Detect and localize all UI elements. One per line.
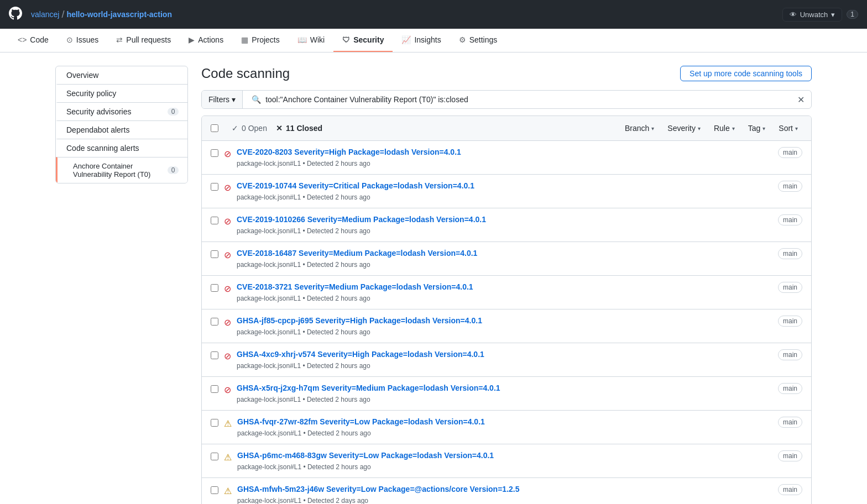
alert-row[interactable]: ⚠ GHSA-fvqr-27wr-82fm Severity=Low Packa… <box>202 411 811 444</box>
alert-title[interactable]: CVE-2018-16487 Severity=Medium Package=l… <box>237 249 772 258</box>
branch-tag-badge: main <box>778 383 802 394</box>
rule-dropdown[interactable]: Rule ▾ <box>709 122 739 135</box>
alert-body: GHSA-jf85-cpcp-j695 Severity=High Packag… <box>237 316 772 336</box>
tag-caret-icon: ▾ <box>762 125 765 132</box>
filters-caret-icon: ▾ <box>232 95 236 104</box>
sidebar: Overview Security policy Security adviso… <box>55 66 188 504</box>
x-icon: ✕ <box>276 124 283 133</box>
content-area: Code scanning Set up more code scanning … <box>201 66 812 504</box>
alert-tag: main <box>778 148 802 156</box>
select-all-checkbox[interactable] <box>211 124 218 132</box>
alert-checkbox-1[interactable] <box>211 183 218 191</box>
setup-scanning-button[interactable]: Set up more code scanning tools <box>680 66 812 81</box>
sort-caret-icon: ▾ <box>795 125 798 132</box>
sort-dropdown[interactable]: Sort ▾ <box>774 122 802 135</box>
alert-title[interactable]: GHSA-jf85-cpcp-j695 Severity=High Packag… <box>237 316 772 325</box>
alert-meta: package-lock.json#L1 • Detected 2 hours … <box>237 160 370 167</box>
tab-issues-label: Issues <box>76 35 98 44</box>
user-link[interactable]: valancej <box>31 10 59 19</box>
main-content: Overview Security policy Security adviso… <box>46 53 821 504</box>
alert-row[interactable]: ⊘ GHSA-x5rq-j2xg-h7qm Severity=Medium Pa… <box>202 377 811 411</box>
tab-settings-label: Settings <box>469 35 498 44</box>
watch-button[interactable]: 👁 Unwatch ▾ <box>782 8 843 22</box>
filters-dropdown[interactable]: Filters ▾ <box>202 91 243 108</box>
alert-row[interactable]: ⊘ CVE-2018-3721 Severity=Medium Package=… <box>202 276 811 309</box>
alert-checkbox-4[interactable] <box>211 284 218 292</box>
alert-checkbox-2[interactable] <box>211 217 218 224</box>
alert-title[interactable]: CVE-2020-8203 Severity=High Package=loda… <box>237 148 772 156</box>
alert-meta: package-lock.json#L1 • Detected 2 hours … <box>237 193 370 201</box>
search-input[interactable] <box>265 91 791 108</box>
alert-title[interactable]: GHSA-mfwh-5m23-j46w Severity=Low Package… <box>237 485 772 494</box>
error-icon: ⊘ <box>224 317 231 328</box>
alert-body: CVE-2020-8203 Severity=High Package=loda… <box>237 148 772 167</box>
alert-checkbox-10[interactable] <box>211 486 218 494</box>
alert-checkbox-0[interactable] <box>211 149 218 157</box>
repo-link[interactable]: hello-world-javascript-action <box>66 10 172 19</box>
alert-body: CVE-2018-16487 Severity=Medium Package=l… <box>237 249 772 269</box>
alert-body: GHSA-mfwh-5m23-j46w Severity=Low Package… <box>237 485 772 504</box>
branch-tag-badge: main <box>778 248 802 259</box>
tab-projects[interactable]: ▦ Projects <box>232 29 289 52</box>
alert-title[interactable]: GHSA-4xc9-xhrj-v574 Severity=High Packag… <box>237 350 772 359</box>
search-icon: 🔍 <box>252 95 261 104</box>
alert-row[interactable]: ⊘ GHSA-4xc9-xhrj-v574 Severity=High Pack… <box>202 343 811 377</box>
branch-tag-badge: main <box>778 349 802 360</box>
sidebar-item-security-advisories[interactable]: Security advisories 0 <box>56 102 187 120</box>
alert-checkbox-5[interactable] <box>211 318 218 326</box>
tab-issues[interactable]: ⊙ Issues <box>58 29 107 52</box>
alert-tag: main <box>778 485 802 494</box>
code-icon: <> <box>18 35 27 44</box>
branch-dropdown[interactable]: Branch ▾ <box>620 122 659 135</box>
tab-pull-requests[interactable]: ⇄ Pull requests <box>107 29 180 52</box>
sidebar-item-anchore[interactable]: Anchore Container Vulnerability Report (… <box>56 157 187 183</box>
alert-row[interactable]: ⚠ GHSA-p6mc-m468-83gw Severity=Low Packa… <box>202 444 811 478</box>
projects-icon: ▦ <box>241 35 248 44</box>
alert-tag: main <box>778 384 802 392</box>
tab-code[interactable]: <> Code <box>9 29 58 52</box>
alert-checkbox-8[interactable] <box>211 419 218 427</box>
alert-body: GHSA-fvqr-27wr-82fm Severity=Low Package… <box>237 417 772 437</box>
tab-settings[interactable]: ⚙ Settings <box>450 29 506 52</box>
error-icon: ⊘ <box>224 385 231 395</box>
error-icon: ⊘ <box>224 182 231 193</box>
closed-tab[interactable]: ✕ 11 Closed <box>276 123 322 134</box>
warning-icon: ⚠ <box>224 418 232 429</box>
sidebar-item-dependabot-alerts[interactable]: Dependabot alerts <box>56 120 187 139</box>
alert-title[interactable]: CVE-2019-1010266 Severity=Medium Package… <box>237 215 772 224</box>
alert-row[interactable]: ⊘ GHSA-jf85-cpcp-j695 Severity=High Pack… <box>202 309 811 343</box>
alert-row[interactable]: ⊘ CVE-2018-16487 Severity=Medium Package… <box>202 242 811 276</box>
tab-security[interactable]: 🛡 Security <box>333 29 393 52</box>
alert-checkbox-9[interactable] <box>211 453 218 460</box>
security-advisories-badge: 0 <box>168 108 179 116</box>
alert-meta: package-lock.json#L1 • Detected 2 hours … <box>237 396 370 403</box>
alert-title[interactable]: CVE-2018-3721 Severity=Medium Package=lo… <box>237 282 772 291</box>
severity-label: Severity <box>667 124 696 133</box>
alert-row[interactable]: ⊘ CVE-2019-10744 Severity=Critical Packa… <box>202 175 811 208</box>
check-icon: ✓ <box>232 124 238 133</box>
tag-dropdown[interactable]: Tag ▾ <box>744 122 770 135</box>
alerts-filters: Branch ▾ Severity ▾ Rule ▾ Tag ▾ <box>620 122 802 135</box>
sidebar-item-security-policy[interactable]: Security policy <box>56 84 187 102</box>
alert-title[interactable]: GHSA-x5rq-j2xg-h7qm Severity=Medium Pack… <box>237 384 772 392</box>
alert-checkbox-3[interactable] <box>211 250 218 258</box>
tab-insights[interactable]: 📈 Insights <box>393 29 450 52</box>
branch-tag-badge: main <box>778 484 802 495</box>
alert-title[interactable]: GHSA-fvqr-27wr-82fm Severity=Low Package… <box>237 417 772 426</box>
alert-row[interactable]: ⊘ CVE-2020-8203 Severity=High Package=lo… <box>202 141 811 175</box>
severity-dropdown[interactable]: Severity ▾ <box>663 122 705 135</box>
alert-checkbox-6[interactable] <box>211 351 218 359</box>
alert-meta: package-lock.json#L1 • Detected 2 hours … <box>237 463 371 471</box>
alert-row[interactable]: ⚠ GHSA-mfwh-5m23-j46w Severity=Low Packa… <box>202 478 811 504</box>
tab-wiki[interactable]: 📖 Wiki <box>289 29 333 52</box>
tab-actions[interactable]: ▶ Actions <box>180 29 232 52</box>
sidebar-item-overview[interactable]: Overview <box>56 66 187 84</box>
sidebar-item-code-scanning-alerts[interactable]: Code scanning alerts <box>56 139 187 157</box>
open-tab[interactable]: ✓ 0 Open <box>232 123 267 134</box>
error-icon: ⊘ <box>224 216 231 227</box>
alert-title[interactable]: CVE-2019-10744 Severity=Critical Package… <box>237 181 772 190</box>
clear-search-button[interactable]: ✕ <box>795 92 807 107</box>
alert-checkbox-7[interactable] <box>211 385 218 393</box>
alert-row[interactable]: ⊘ CVE-2019-1010266 Severity=Medium Packa… <box>202 208 811 242</box>
alert-title[interactable]: GHSA-p6mc-m468-83gw Severity=Low Package… <box>237 451 772 460</box>
